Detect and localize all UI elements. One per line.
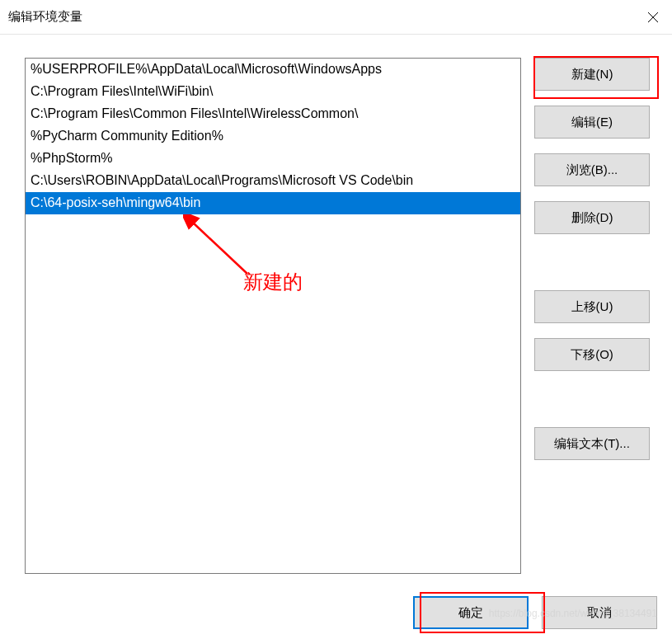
browse-button[interactable]: 浏览(B)... bbox=[534, 153, 650, 186]
ok-button[interactable]: 确定 bbox=[413, 596, 529, 629]
new-button[interactable]: 新建(N) bbox=[534, 58, 650, 91]
list-item[interactable]: C:\Program Files\Intel\WiFi\bin\ bbox=[26, 81, 520, 103]
button-group-text: 编辑文本(T)... bbox=[534, 427, 656, 460]
delete-button[interactable]: 删除(D) bbox=[534, 201, 650, 234]
list-item[interactable]: %PhpStorm% bbox=[26, 148, 520, 170]
list-item[interactable]: %USERPROFILE%\AppData\Local\Microsoft\Wi… bbox=[26, 59, 520, 81]
button-column: 新建(N) 编辑(E) 浏览(B)... 删除(D) 上移(U) 下移(O) 编… bbox=[534, 58, 656, 574]
list-item[interactable]: %PyCharm Community Edition% bbox=[26, 125, 520, 148]
list-item-selected[interactable]: C:\64-posix-seh\mingw64\bin bbox=[26, 192, 520, 214]
env-var-listbox[interactable]: %USERPROFILE%\AppData\Local\Microsoft\Wi… bbox=[25, 58, 521, 574]
edit-button[interactable]: 编辑(E) bbox=[534, 106, 650, 139]
list-item[interactable]: C:\Users\ROBIN\AppData\Local\Programs\Mi… bbox=[26, 170, 520, 192]
dialog-content: %USERPROFILE%\AppData\Local\Microsoft\Wi… bbox=[0, 35, 672, 574]
cancel-button[interactable]: 取消 bbox=[542, 596, 657, 629]
move-up-button[interactable]: 上移(U) bbox=[534, 290, 650, 323]
edit-text-button[interactable]: 编辑文本(T)... bbox=[534, 427, 650, 460]
button-group-edit: 新建(N) 编辑(E) 浏览(B)... 删除(D) bbox=[534, 58, 656, 234]
footer-buttons: 确定 取消 bbox=[413, 596, 657, 629]
move-down-button[interactable]: 下移(O) bbox=[534, 338, 650, 371]
close-icon[interactable] bbox=[634, 0, 672, 35]
list-item[interactable]: C:\Program Files\Common Files\Intel\Wire… bbox=[26, 103, 520, 125]
title-bar: 编辑环境变量 bbox=[0, 0, 672, 35]
window-title: 编辑环境变量 bbox=[8, 9, 82, 25]
button-group-move: 上移(U) 下移(O) bbox=[534, 290, 656, 371]
